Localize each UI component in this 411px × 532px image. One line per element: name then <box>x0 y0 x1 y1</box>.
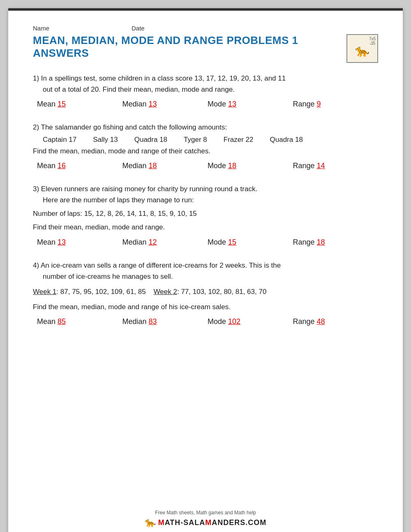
logo-box: 🐆 <box>346 34 378 63</box>
manders-text: M <box>205 518 212 527</box>
captain: Captain 17 <box>43 136 76 144</box>
q1-answers: Mean 15 Median 13 Mode 13 Range 9 <box>33 100 378 109</box>
q1-median: Median 13 <box>122 100 208 109</box>
q3-laps: Number of laps: 15, 12, 8, 26, 14, 11, 8… <box>33 208 378 219</box>
name-label: Name <box>33 25 49 32</box>
q3-line1: 3) Eleven runners are raising money for … <box>33 185 257 193</box>
q3-find: Find their mean, median, mode and range. <box>33 222 378 233</box>
quadra2: Quadra 18 <box>270 136 303 144</box>
q2-captain-row: Captain 17 Sally 13 Quadra 18 Tyger 8 Fr… <box>33 136 378 144</box>
week1-label: Week 1 <box>33 288 56 296</box>
q2-median-value: 18 <box>149 162 157 170</box>
q3-mode: Mode 15 <box>208 238 293 247</box>
question-2: 2) The salamander go fishing and catch t… <box>33 122 378 170</box>
q3-median: Median 12 <box>122 238 208 247</box>
q4-find: Find the mean, median, mode and range of… <box>33 301 378 312</box>
date-label: Date <box>132 25 145 32</box>
frazer: Frazer 22 <box>224 136 254 144</box>
q3-median-value: 12 <box>149 238 157 246</box>
footer-tagline: Free Math sheets, Math games and Math he… <box>155 510 256 516</box>
header-row: MEAN, MEDIAN, MODE AND RANGE PROBLEMS 1 … <box>33 34 378 69</box>
q3-text: 3) Eleven runners are raising money for … <box>33 183 378 206</box>
page-title: MEAN, MEDIAN, MODE AND RANGE PROBLEMS 1 … <box>33 34 346 60</box>
q4-text: 4) An ice-cream van sells a range of dif… <box>33 260 378 282</box>
q2-mode: Mode 18 <box>208 162 293 170</box>
top-border <box>8 8 403 11</box>
q4-weeks: Week 1: 87, 75, 95, 102, 109, 61, 85 Wee… <box>33 286 378 297</box>
name-date-row: Name Date <box>33 25 378 32</box>
question-4: 4) An ice-cream van sells a range of dif… <box>33 260 378 326</box>
q4-mode-value: 102 <box>228 317 240 326</box>
q3-mode-value: 15 <box>228 238 236 246</box>
q4-range-value: 48 <box>317 317 325 326</box>
q4-median-value: 83 <box>149 317 157 326</box>
footer-logo-text: MATH-SALAMANDERS.COM <box>158 518 267 527</box>
page: Name Date MEAN, MEDIAN, MODE AND RANGE P… <box>8 8 403 532</box>
q4-range: Range 48 <box>293 317 379 326</box>
q4-line1: 4) An ice-cream van sells a range of dif… <box>33 261 281 269</box>
q3-range-value: 18 <box>317 238 325 246</box>
math-text: M <box>158 518 165 527</box>
q4-mean-value: 85 <box>58 317 66 326</box>
q4-answers: Mean 85 Median 83 Mode 102 Range 48 <box>33 317 378 326</box>
q1-range-value: 9 <box>317 100 321 108</box>
q3-mean: Mean 13 <box>37 238 122 247</box>
q3-mean-value: 13 <box>58 238 66 246</box>
quadra1: Quadra 18 <box>134 136 167 144</box>
q2-line2: Find the mean, median, mode and range of… <box>33 146 378 157</box>
q1-text: 1) In a spellings test, some children in… <box>33 73 378 95</box>
logo-animal-icon: 🐆 <box>355 44 369 58</box>
q4-mean: Mean 85 <box>37 317 122 326</box>
q2-answers: Mean 16 Median 18 Mode 18 Range 14 <box>33 162 378 170</box>
q2-range: Range 14 <box>293 162 379 170</box>
q1-mode: Mode 13 <box>208 100 293 109</box>
q2-median: Median 18 <box>122 162 208 170</box>
q1-mode-value: 13 <box>228 100 236 108</box>
q3-line2: Here are the number of laps they manage … <box>33 194 378 206</box>
q1-median-value: 13 <box>149 100 157 108</box>
footer-logo-icon: 🐆 <box>145 517 156 528</box>
tyger: Tyger 8 <box>184 136 207 144</box>
q1-range: Range 9 <box>293 100 379 109</box>
question-3: 3) Eleven runners are raising money for … <box>33 183 378 247</box>
q4-line2: number of ice-creams he manages to sell. <box>33 271 378 282</box>
q2-mean-value: 16 <box>58 162 66 170</box>
q2-mode-value: 18 <box>228 162 236 170</box>
week2-label: Week 2 <box>154 288 177 296</box>
footer-logo: 🐆 MATH-SALAMANDERS.COM <box>145 517 267 528</box>
q1-mean-value: 15 <box>58 100 66 108</box>
question-1: 1) In a spellings test, some children in… <box>33 73 378 109</box>
q3-answers: Mean 13 Median 12 Mode 15 Range 18 <box>33 238 378 247</box>
q4-mode: Mode 102 <box>208 317 293 326</box>
q2-line1: 2) The salamander go fishing and catch t… <box>33 123 227 131</box>
q4-median: Median 83 <box>122 317 208 326</box>
footer: Free Math sheets, Math games and Math he… <box>8 510 403 528</box>
q1-number: 1) In a spellings test, some children in… <box>33 74 286 82</box>
q2-range-value: 14 <box>317 162 325 170</box>
q2-text: 2) The salamander go fishing and catch t… <box>33 122 378 133</box>
q2-mean: Mean 16 <box>37 162 122 170</box>
q3-range: Range 18 <box>293 238 379 247</box>
q1-mean: Mean 15 <box>37 100 122 109</box>
q1-line2: out of a total of 20. Find their mean, m… <box>33 84 378 95</box>
sally: Sally 13 <box>93 136 118 144</box>
